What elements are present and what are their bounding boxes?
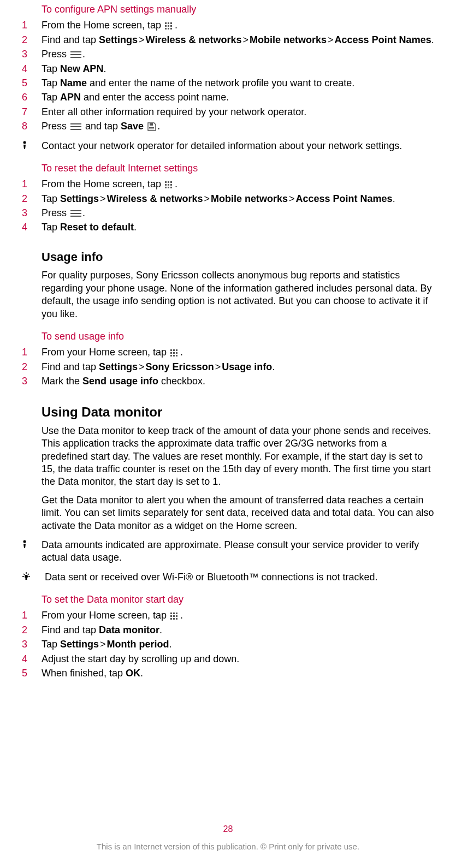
- step-text: Mark the Send usage info checkbox.: [42, 375, 434, 388]
- step-number: 4: [22, 63, 34, 75]
- text: .: [393, 193, 395, 204]
- text: .: [82, 207, 85, 218]
- step-row: 4 Tap Reset to default.: [22, 221, 434, 234]
- step-row: 2 Tap Settings>Wireless & networks>Mobil…: [22, 193, 434, 205]
- apps-grid-icon: [165, 22, 174, 30]
- note-text: Data sent or received over Wi-Fi® or Blu…: [42, 571, 434, 584]
- menu-icon: [70, 123, 81, 130]
- text: From the Home screen, tap: [42, 20, 164, 31]
- step-number: 2: [22, 193, 34, 205]
- bold-text: Reset to default: [60, 222, 134, 233]
- svg-rect-26: [168, 187, 169, 188]
- step-text: From your Home screen, tap .: [42, 609, 434, 622]
- svg-rect-14: [70, 129, 81, 130]
- heading-set-start-day: To set the Data monitor start day: [42, 593, 434, 606]
- text: From your Home screen, tap: [42, 347, 169, 358]
- svg-rect-38: [173, 355, 175, 356]
- bold-text: Access Point Names: [335, 34, 431, 45]
- svg-rect-6: [165, 28, 167, 29]
- save-icon: [147, 122, 156, 131]
- gt: >: [214, 361, 222, 372]
- svg-point-40: [23, 540, 26, 543]
- svg-rect-34: [170, 352, 172, 354]
- step-text: Find and tap Settings>Wireless & network…: [42, 34, 434, 46]
- text: Press: [42, 207, 69, 218]
- svg-rect-12: [70, 123, 81, 124]
- text: .: [180, 610, 183, 621]
- svg-rect-32: [173, 349, 175, 351]
- bold-text: Send usage info: [82, 376, 158, 387]
- text: .: [157, 121, 160, 132]
- svg-rect-29: [70, 213, 81, 214]
- bold-text: Data monitor: [99, 625, 159, 635]
- step-number: 4: [22, 653, 34, 665]
- svg-rect-31: [170, 349, 172, 351]
- text: .: [140, 668, 143, 679]
- svg-rect-28: [70, 210, 81, 211]
- bold-text: Mobile networks: [211, 193, 288, 204]
- step-text: Tap Settings>Wireless & networks>Mobile …: [42, 193, 434, 205]
- step-row: 2 Find and tap Data monitor.: [22, 624, 434, 637]
- svg-rect-30: [70, 216, 81, 217]
- text: Find and tap: [42, 625, 99, 635]
- step-row: 4 Adjust the start day by scrolling up a…: [22, 653, 434, 665]
- svg-rect-27: [170, 187, 172, 188]
- step-text: Tap Reset to default.: [42, 221, 434, 234]
- step-number: 1: [22, 346, 34, 359]
- svg-rect-1: [168, 22, 169, 24]
- svg-rect-7: [168, 28, 169, 29]
- gt: >: [203, 193, 211, 204]
- svg-rect-15: [150, 123, 153, 126]
- menu-icon: [70, 51, 81, 58]
- step-number: 2: [22, 361, 34, 373]
- bold-text: Usage info: [222, 361, 272, 372]
- step-text: Press .: [42, 48, 434, 61]
- svg-rect-53: [176, 615, 177, 617]
- step-number: 1: [22, 19, 34, 32]
- svg-rect-39: [176, 355, 177, 356]
- text: Find and tap: [42, 34, 99, 45]
- text: Tap: [42, 639, 60, 650]
- step-number: 2: [22, 34, 34, 46]
- bold-text: Name: [60, 78, 87, 88]
- bold-text: New APN: [60, 63, 103, 74]
- text: .: [431, 34, 434, 45]
- svg-line-46: [23, 574, 25, 575]
- svg-rect-42: [26, 578, 27, 580]
- svg-rect-0: [165, 22, 167, 24]
- page-number: 28: [0, 824, 456, 835]
- text: .: [272, 361, 275, 372]
- svg-rect-20: [168, 181, 169, 183]
- text: .: [103, 63, 106, 74]
- step-text: Press and tap Save .: [42, 120, 434, 133]
- svg-rect-3: [165, 25, 167, 27]
- gt: >: [138, 361, 146, 372]
- svg-point-18: [23, 141, 26, 144]
- step-row: 4 Tap New APN.: [22, 63, 434, 75]
- bold-text: Sony Ericsson: [146, 361, 214, 372]
- step-row: 7 Enter all other information required b…: [22, 106, 434, 118]
- svg-rect-48: [170, 613, 172, 614]
- svg-rect-21: [170, 181, 172, 183]
- apps-grid-icon: [170, 349, 179, 357]
- step-text: Tap Settings>Month period.: [42, 638, 434, 651]
- important-note: Data amounts indicated are approximate. …: [22, 539, 434, 564]
- important-note: Contact your network operator for detail…: [22, 140, 434, 152]
- svg-rect-10: [70, 54, 81, 55]
- bold-text: Settings: [99, 34, 138, 45]
- heading-configure-apn: To configure APN settings manually: [42, 3, 434, 16]
- svg-rect-19: [165, 181, 167, 183]
- svg-rect-13: [70, 126, 81, 127]
- bold-text: Month period: [107, 639, 169, 650]
- step-row: 2 Find and tap Settings>Sony Ericsson>Us…: [22, 361, 434, 373]
- apps-grid-icon: [165, 181, 174, 189]
- svg-rect-49: [173, 613, 175, 614]
- text: .: [180, 347, 183, 358]
- paragraph: For quality purposes, Sony Ericsson coll…: [42, 269, 434, 320]
- step-number: 3: [22, 375, 34, 388]
- bold-text: Settings: [60, 639, 99, 650]
- step-text: When finished, tap OK.: [42, 667, 434, 680]
- step-row: 2 Find and tap Settings>Wireless & netwo…: [22, 34, 434, 46]
- text: .: [175, 179, 177, 189]
- step-row: 1 From the Home screen, tap .: [22, 178, 434, 191]
